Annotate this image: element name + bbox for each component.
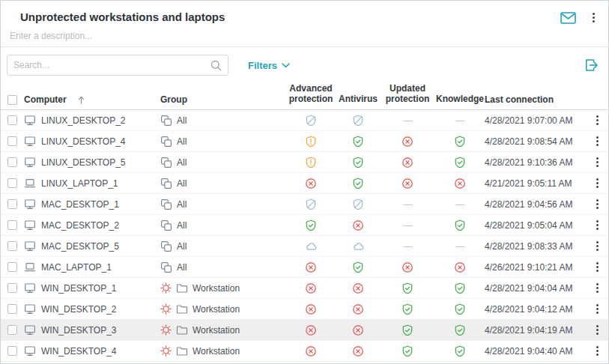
column-group[interactable]: Group <box>154 94 285 109</box>
antivirus-status <box>336 282 380 294</box>
computer-name[interactable]: WIN_DESKTOP_2 <box>41 304 116 315</box>
row-menu-icon[interactable] <box>595 156 600 169</box>
knowledge-status: — <box>435 241 485 252</box>
group-label: Workstation <box>193 283 240 294</box>
row-checkbox[interactable] <box>7 241 17 251</box>
row-checkbox[interactable] <box>7 262 17 272</box>
updated-protection-status: — <box>380 115 435 126</box>
device-icon <box>24 261 36 273</box>
updated-protection-status <box>380 178 435 189</box>
updated-protection-status <box>380 136 435 148</box>
device-icon <box>24 178 36 189</box>
table-row[interactable]: MAC_DESKTOP_5 All — — 4/28/2021 9:08:33 … <box>1 236 608 257</box>
antivirus-status <box>336 115 380 127</box>
antivirus-status <box>336 345 380 357</box>
advanced-protection-status <box>285 345 336 357</box>
row-checkbox[interactable] <box>7 325 17 335</box>
row-menu-icon[interactable] <box>595 345 600 357</box>
column-advanced-protection[interactable]: Advanced protection <box>285 84 336 109</box>
email-icon[interactable] <box>560 12 576 24</box>
last-connection: 4/28/2021 9:04:12 AM <box>485 304 586 315</box>
table-row[interactable]: WIN_DESKTOP_2 Workstation 4/28/2021 9:04… <box>1 299 608 320</box>
computer-name[interactable]: LINUX_DESKTOP_5 <box>41 157 126 168</box>
search-box[interactable] <box>7 55 228 76</box>
panel-menu-icon[interactable] <box>591 11 596 24</box>
computer-name[interactable]: MAC_DESKTOP_5 <box>41 241 119 252</box>
table-row[interactable]: LINUX_DESKTOP_2 All — — 4/28/2021 9:07:0… <box>1 110 608 131</box>
table-row[interactable]: LINUX_DESKTOP_5 All 4/28/2021 9:10:36 AM <box>1 152 608 173</box>
knowledge-status <box>435 261 485 273</box>
table-row[interactable]: MAC_DESKTOP_2 All — 4/28/2021 9:05:04 AM <box>1 215 608 236</box>
sort-asc-icon[interactable] <box>78 96 85 104</box>
antivirus-status <box>336 198 380 210</box>
advanced-protection-status <box>285 303 336 315</box>
row-menu-icon[interactable] <box>595 198 600 210</box>
search-input[interactable] <box>13 60 210 70</box>
device-icon <box>24 219 36 231</box>
column-antivirus[interactable]: Antivirus <box>336 94 380 109</box>
chevron-down-icon <box>282 63 290 68</box>
computer-name[interactable]: WIN_DESKTOP_4 <box>41 346 116 357</box>
column-last-connection[interactable]: Last connection <box>485 94 586 109</box>
last-connection: 4/28/2021 9:04:56 AM <box>485 199 586 210</box>
filters-button[interactable]: Filters <box>248 60 290 71</box>
column-updated-protection[interactable]: Updated protection <box>380 84 435 109</box>
computer-name[interactable]: WIN_DESKTOP_3 <box>41 325 116 336</box>
device-icon <box>24 198 36 210</box>
threat-icon <box>160 324 172 336</box>
group-label: Workstation <box>193 346 240 357</box>
table-row[interactable]: WIN_DESKTOP_3 Workstation 4/28/2021 9:04… <box>1 320 608 341</box>
advanced-protection-status <box>285 198 336 210</box>
column-computer[interactable]: Computer <box>24 94 67 105</box>
row-menu-icon[interactable] <box>595 177 600 189</box>
row-checkbox[interactable] <box>7 220 17 230</box>
row-checkbox[interactable] <box>7 283 17 293</box>
row-menu-icon[interactable] <box>595 282 600 294</box>
table-row[interactable]: WIN_DESKTOP_4 Workstation 4/28/2021 9:04… <box>1 341 608 362</box>
row-menu-icon[interactable] <box>595 114 600 127</box>
row-menu-icon[interactable] <box>595 135 600 148</box>
export-icon[interactable] <box>584 58 599 73</box>
row-checkbox[interactable] <box>7 115 17 125</box>
row-checkbox[interactable] <box>7 199 17 209</box>
row-checkbox[interactable] <box>7 178 17 188</box>
unprotected-workstations-panel: Unprotected workstations and laptops <box>0 0 609 364</box>
row-checkbox[interactable] <box>7 136 17 146</box>
antivirus-status <box>336 178 380 189</box>
updated-protection-status <box>380 345 435 357</box>
last-connection: 4/21/2021 9:05:11 AM <box>485 178 586 189</box>
search-icon[interactable] <box>210 60 222 71</box>
device-icon <box>24 115 36 127</box>
computer-name[interactable]: LINUX_DESKTOP_4 <box>41 136 126 147</box>
row-checkbox[interactable] <box>7 304 17 314</box>
computer-name[interactable]: MAC_LAPTOP_1 <box>41 262 112 273</box>
knowledge-status <box>435 324 485 336</box>
row-menu-icon[interactable] <box>595 324 600 336</box>
row-menu-icon[interactable] <box>595 219 600 231</box>
row-menu-icon[interactable] <box>595 303 600 315</box>
table-row[interactable]: MAC_DESKTOP_1 All — — 4/28/2021 9:04:56 … <box>1 194 608 215</box>
group-label: Workstation <box>193 304 240 315</box>
row-checkbox[interactable] <box>7 346 17 356</box>
computer-name[interactable]: WIN_DESKTOP_1 <box>41 283 116 294</box>
row-menu-icon[interactable] <box>595 261 600 273</box>
computer-name[interactable]: MAC_DESKTOP_1 <box>41 199 119 210</box>
computer-name[interactable]: LINUX_DESKTOP_2 <box>41 115 126 126</box>
table-row[interactable]: WIN_DESKTOP_1 Workstation 4/28/2021 9:04… <box>1 278 608 299</box>
table-row[interactable]: MAC_LAPTOP_1 All 4/26/2021 9:10:21 AM <box>1 257 608 278</box>
advanced-protection-status <box>285 261 336 273</box>
table-row[interactable]: LINUX_LAPTOP_1 All 4/21/2021 9:05:11 AM <box>1 173 608 194</box>
computer-name[interactable]: MAC_DESKTOP_2 <box>41 220 119 231</box>
last-connection: 4/28/2021 9:08:54 AM <box>485 136 586 147</box>
page-title: Unprotected workstations and laptops <box>20 10 225 23</box>
description-input[interactable] <box>1 24 315 46</box>
table-row[interactable]: LINUX_DESKTOP_4 All 4/28/2021 9:08:54 AM <box>1 131 608 152</box>
advanced-protection-status <box>285 324 336 336</box>
computer-name[interactable]: LINUX_LAPTOP_1 <box>41 178 118 189</box>
column-knowledge[interactable]: Knowledge <box>435 94 485 109</box>
updated-protection-status: — <box>380 199 435 210</box>
row-menu-icon[interactable] <box>595 240 600 252</box>
row-checkbox[interactable] <box>7 157 17 167</box>
select-all-checkbox[interactable] <box>7 95 17 105</box>
updated-protection-status: — <box>380 220 435 231</box>
